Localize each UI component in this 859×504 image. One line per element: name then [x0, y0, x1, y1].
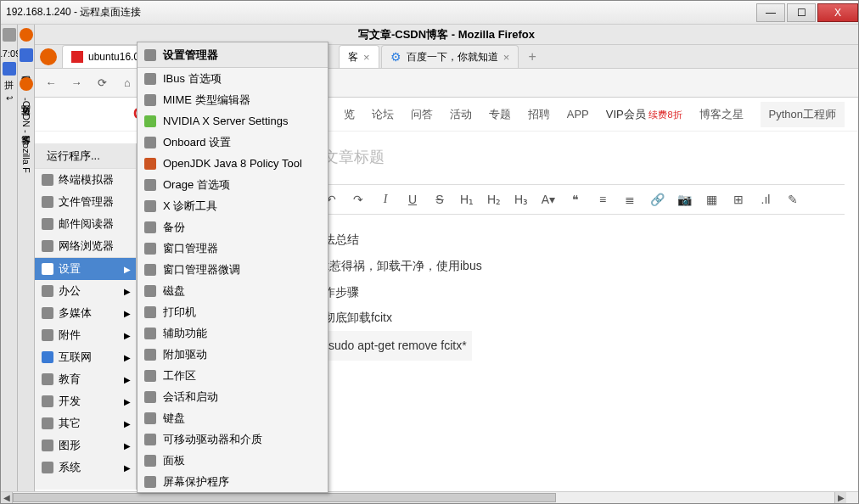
window-titlebar[interactable]: 192.168.1.240 - 远程桌面连接 — ☐ X: [1, 1, 858, 25]
firefox-icon[interactable]: [40, 48, 57, 65]
dock-label-current-window[interactable]: 写文章-CSDN博客 - Mozilla F: [20, 98, 32, 173]
submenu-item[interactable]: 备份: [138, 216, 328, 238]
submenu-item[interactable]: 面板: [138, 450, 328, 471]
csdn-nav-item[interactable]: 问答: [411, 107, 433, 122]
scroll-thumb[interactable]: [13, 493, 556, 502]
screensaver-icon: [144, 476, 156, 488]
submenu-header[interactable]: 设置管理器: [138, 42, 328, 68]
csdn-nav-python[interactable]: Python工程师: [761, 102, 845, 127]
tab-2[interactable]: 客 ×: [339, 45, 379, 68]
csdn-nav-item[interactable]: 论坛: [372, 107, 394, 122]
minimize-button[interactable]: —: [756, 3, 785, 22]
submenu-item[interactable]: 会话和启动: [138, 386, 328, 407]
app-icon: [144, 179, 156, 191]
close-button[interactable]: X: [817, 3, 858, 22]
launcher-item-browser[interactable]: 网络浏览器: [35, 235, 136, 257]
submenu-item[interactable]: OpenJDK Java 8 Policy Tool: [138, 153, 328, 174]
submenu-item[interactable]: 附加驱动: [138, 344, 328, 365]
toolbar-image-icon[interactable]: 📷: [677, 193, 692, 206]
toolbar-redo-icon[interactable]: ↷: [351, 193, 366, 206]
submenu-item[interactable]: 打印机: [138, 301, 328, 322]
ime-icon[interactable]: [3, 62, 16, 76]
launcher-cat-graphics[interactable]: 图形▶: [35, 434, 136, 456]
launcher-item-terminal[interactable]: 终端模拟器: [35, 169, 136, 191]
submenu-item[interactable]: 工作区: [138, 365, 328, 386]
article-title-input[interactable]: 文章标题: [323, 147, 845, 167]
maximize-button[interactable]: ☐: [787, 3, 816, 22]
toolbar-ul-icon[interactable]: ≡: [595, 193, 610, 206]
editor-body[interactable]: 法总结 x惹得祸，卸载干净，使用ibus 作步骤 彻底卸载fcitx sudo …: [323, 227, 845, 361]
window-controls: — ☐ X: [755, 3, 858, 22]
csdn-nav-item[interactable]: 专题: [489, 107, 511, 122]
toolbar-chart-icon[interactable]: .ıl: [758, 193, 773, 206]
tab-3-close-icon[interactable]: ×: [503, 51, 510, 64]
nav-reload-button[interactable]: ⟳: [93, 74, 111, 92]
launcher-cat-media[interactable]: 多媒体▶: [35, 302, 136, 324]
csdn-nav-vip[interactable]: VIP会员 续费8折: [606, 107, 682, 122]
toolbar-h3-icon[interactable]: H₃: [514, 193, 529, 206]
launcher-item-files[interactable]: 文件管理器: [35, 191, 136, 213]
submenu-item[interactable]: IBus 首选项: [138, 68, 328, 89]
toolbar-table-icon[interactable]: ▦: [704, 193, 719, 206]
csdn-nav-item[interactable]: 活动: [450, 107, 472, 122]
firefox-dock-icon[interactable]: [20, 28, 33, 42]
submenu-item[interactable]: Onboard 设置: [138, 132, 328, 153]
csdn-nav-star[interactable]: 博客之星: [699, 107, 744, 122]
chevron-right-icon: ▶: [124, 397, 131, 406]
media-icon: [42, 307, 53, 319]
panel-dock-2: 所有应用程序 写文章-CSDN博客 - Mozilla F: [18, 25, 35, 491]
toolbar-ol-icon[interactable]: ≣: [622, 193, 637, 206]
scroll-right-icon[interactable]: ▶: [834, 492, 846, 503]
toolbar-grid-icon[interactable]: ⊞: [731, 193, 746, 206]
csdn-nav-item[interactable]: 览: [344, 107, 355, 122]
toolbar-color-icon[interactable]: A▾: [541, 193, 556, 206]
chevron-right-icon: ▶: [124, 331, 131, 340]
submenu-item[interactable]: 键盘: [138, 407, 328, 428]
java-icon: [144, 158, 156, 170]
launcher-cat-education[interactable]: 教育▶: [35, 368, 136, 390]
toolbar-h1-icon[interactable]: H₁: [459, 193, 474, 206]
submenu-item[interactable]: X 诊断工具: [138, 195, 328, 216]
submenu-item[interactable]: 窗口管理器微调: [138, 259, 328, 280]
submenu-item[interactable]: 辅助功能: [138, 322, 328, 344]
toolbar-edit-icon[interactable]: ✎: [785, 193, 800, 206]
toolbar-link-icon[interactable]: 🔗: [649, 193, 665, 206]
horizontal-scrollbar[interactable]: ◀ ▶: [1, 491, 858, 503]
mail-icon: [42, 218, 53, 230]
new-tab-button[interactable]: +: [520, 45, 544, 68]
nav-forward-button[interactable]: →: [67, 74, 86, 92]
launcher-cat-dev[interactable]: 开发▶: [35, 390, 136, 412]
app-launcher-icon[interactable]: [20, 48, 33, 62]
firefox-task-icon[interactable]: [20, 77, 33, 91]
tab-favicon-icon: [71, 51, 83, 63]
launcher-cat-settings[interactable]: 设置▶: [35, 258, 136, 280]
tab-2-close-icon[interactable]: ×: [363, 51, 370, 64]
submenu-item[interactable]: 可移动驱动器和介质: [138, 428, 328, 450]
launcher-cat-internet[interactable]: 互联网▶: [35, 346, 136, 368]
launcher-cat-accessories[interactable]: 附件▶: [35, 324, 136, 346]
csdn-nav-item[interactable]: APP: [567, 108, 589, 120]
toolbar-h2-icon[interactable]: H₂: [486, 193, 502, 206]
tab-3[interactable]: ⚙ 百度一下，你就知道 ×: [381, 45, 519, 68]
toolbar-italic-icon[interactable]: I: [378, 193, 393, 206]
trash-icon[interactable]: [3, 28, 16, 42]
nav-home-button[interactable]: ⌂: [118, 74, 137, 92]
launcher-cat-office[interactable]: 办公▶: [35, 280, 136, 302]
scroll-left-icon[interactable]: ◀: [1, 492, 13, 503]
submenu-item[interactable]: Orage 首选项: [138, 174, 328, 195]
launcher-cat-other[interactable]: 其它▶: [35, 412, 136, 434]
toolbar-strike-icon[interactable]: S: [432, 193, 447, 206]
submenu-item[interactable]: 屏幕保护程序: [138, 471, 328, 492]
nav-back-button[interactable]: ←: [42, 74, 60, 92]
csdn-nav-item[interactable]: 招聘: [528, 107, 550, 122]
toolbar-quote-icon[interactable]: ❝: [568, 193, 583, 206]
run-program-item[interactable]: 运行程序...: [35, 143, 136, 169]
submenu-item[interactable]: MIME 类型编辑器: [138, 89, 328, 110]
submenu-item[interactable]: 磁盘: [138, 280, 328, 301]
submenu-item[interactable]: 窗口管理器: [138, 238, 328, 259]
submenu-item[interactable]: NVIDIA X Server Settings: [138, 110, 328, 132]
launcher-cat-system[interactable]: 系统▶: [35, 456, 136, 479]
ime-arrow-icon[interactable]: ↩: [6, 93, 13, 103]
launcher-item-mail[interactable]: 邮件阅读器: [35, 213, 136, 235]
toolbar-underline-icon[interactable]: U: [405, 193, 420, 206]
